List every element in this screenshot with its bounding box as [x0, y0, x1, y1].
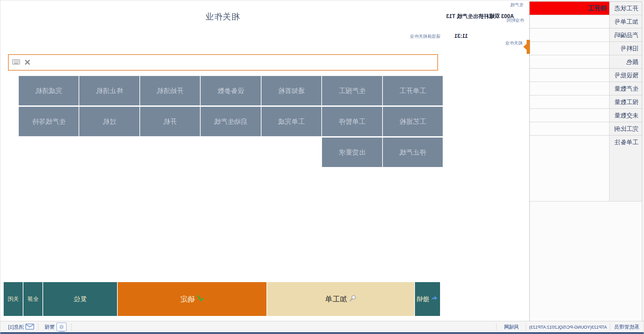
clear-icon[interactable]	[24, 59, 30, 67]
divider	[71, 323, 72, 331]
field-label: 完工比例	[609, 122, 642, 135]
panel-row-order-no: 加工单号	[530, 15, 642, 28]
divider	[526, 323, 526, 331]
panel-row-old-material: 旧料号	[530, 42, 642, 55]
field-value	[530, 15, 609, 28]
field-label: 加工单号	[609, 15, 642, 28]
undo-button[interactable]: 撤销	[415, 282, 440, 316]
field-label: 旧料号	[609, 42, 642, 55]
envelope-icon	[25, 324, 34, 331]
action-button-start-clean[interactable]: 开始清机	[140, 76, 200, 105]
confirm-label: 确定	[180, 294, 195, 304]
message-label: 消息[1]	[8, 324, 24, 330]
alarm-underline	[59, 331, 65, 332]
action-button-first-inspect[interactable]: 通知首检	[261, 76, 321, 105]
field-label: 工单备注	[609, 136, 642, 201]
field-value	[530, 136, 609, 201]
action-button-report-work[interactable]: 生产报工	[322, 76, 382, 105]
panel-row-remark: 工单备注	[530, 136, 642, 201]
reset-label: 复位	[74, 295, 87, 304]
panel-row-reported-qty: 报工数量	[530, 95, 642, 109]
field-value	[530, 82, 609, 95]
action-button-finish-order[interactable]: 工单完成	[261, 107, 321, 136]
check-icon	[197, 295, 204, 304]
field-label: 预设批号	[609, 69, 642, 82]
action-button-device-params[interactable]: 设备参数	[201, 76, 260, 105]
undo-icon	[431, 295, 439, 303]
divider	[610, 323, 610, 331]
gear-icon	[57, 323, 67, 331]
keyboard-icon[interactable]	[12, 59, 20, 66]
field-label: 报工数量	[609, 95, 642, 108]
section-label: 相关作业	[505, 40, 523, 46]
select-action-hint: 请选择相关作业	[410, 33, 440, 39]
field-label: 未交数量	[609, 109, 642, 122]
close-button[interactable]: 关闭	[4, 282, 23, 316]
status-badge: 待开工	[530, 2, 609, 15]
field-label: 生产数量	[609, 82, 642, 95]
divider	[496, 323, 497, 331]
reset-button[interactable]: 复位	[43, 282, 117, 316]
action-button-finish-clean[interactable]: 完成清机	[19, 76, 79, 105]
fullscreen-button[interactable]: 全屏	[23, 282, 42, 316]
network-status: 局域网	[504, 321, 519, 333]
bottom-accent-strip	[0, 332, 644, 334]
field-value	[530, 122, 609, 135]
panel-row-status: 开工状态 待开工	[530, 2, 642, 15]
production-line-value: A003 双螺杆挤出生产线 T13	[446, 13, 514, 20]
panel-row-completion-ratio: 完工比例	[530, 122, 642, 136]
production-line-label: 生产线	[510, 2, 523, 8]
close-label: 关闭	[8, 295, 19, 303]
search-icon	[349, 295, 356, 304]
field-value	[530, 55, 609, 68]
field-value	[530, 42, 609, 55]
action-search-input[interactable]	[8, 54, 438, 71]
action-button-pause-order[interactable]: 工单暂停	[322, 107, 382, 136]
page-title: 相关作业	[205, 11, 240, 22]
related-actions-grid: 工单开工 生产报工 通知首检 设备参数 开始清机 终止清机 完成清机 工艺巡检 …	[19, 76, 443, 167]
action-button-stop-clean[interactable]: 终止清机	[79, 76, 139, 105]
field-label: 产品编码	[609, 28, 642, 41]
message-button[interactable]: 消息[1]	[8, 321, 34, 333]
related-operations-screen: 开工状态 待开工 加工单号 产品编码 旧料号 颜色 预设批号 生产数量 报工数量	[0, 0, 644, 334]
field-value	[530, 28, 609, 41]
work-time-value: 11:31	[454, 33, 468, 39]
fullscreen-label: 全屏	[27, 295, 39, 303]
action-button-pass-machine[interactable]: 过机	[79, 107, 139, 136]
field-label: 颜色	[609, 55, 642, 68]
field-label: 开工状态	[609, 2, 642, 15]
field-value	[530, 69, 609, 82]
action-button-machine-on[interactable]: 开机	[140, 107, 200, 136]
confirm-button[interactable]: 确定	[118, 282, 266, 316]
work-order-panel: 开工状态 待开工 加工单号 产品编码 旧料号 颜色 预设批号 生产数量 报工数量	[529, 1, 642, 321]
panel-row-prod-qty: 生产数量	[530, 82, 642, 95]
work-order-label: 加工单	[325, 294, 347, 304]
panel-collapse-arrow-icon[interactable]	[523, 44, 527, 50]
action-button-process-patrol[interactable]: 工艺巡检	[383, 107, 443, 136]
panel-row-product-code: 产品编码	[530, 28, 642, 42]
status-bar: 系统管理员 ATP123(YOUNG-PC/SQL2012:ATP123) 局域…	[0, 321, 644, 332]
current-user: 系统管理员	[614, 321, 639, 333]
action-button-line-wait[interactable]: 生产线等待	[19, 107, 79, 136]
server-info: ATP123(YOUNG-PC/SQL2012:ATP123)	[529, 321, 607, 333]
action-button-stop-line[interactable]: 停止产线	[383, 138, 443, 167]
field-value	[530, 109, 609, 122]
panel-row-color: 颜色	[530, 55, 642, 69]
action-button-start-line[interactable]: 启动生产线	[201, 107, 260, 136]
panel-row-remaining-qty: 未交数量	[530, 109, 642, 122]
panel-row-batch-no: 预设批号	[530, 69, 642, 82]
panel-filler	[530, 201, 642, 322]
alarm-label: 警报	[44, 324, 55, 330]
work-time-label: 作业时间	[507, 17, 524, 23]
panel-collapse-tab[interactable]	[527, 40, 530, 54]
field-value	[530, 95, 609, 108]
undo-label: 撤销	[417, 295, 429, 304]
divider	[38, 323, 38, 331]
work-order-button[interactable]: 加工单	[267, 282, 414, 316]
action-button-ship-request[interactable]: 出货要求	[322, 138, 382, 167]
action-button-start-order[interactable]: 工单开工	[383, 76, 443, 105]
